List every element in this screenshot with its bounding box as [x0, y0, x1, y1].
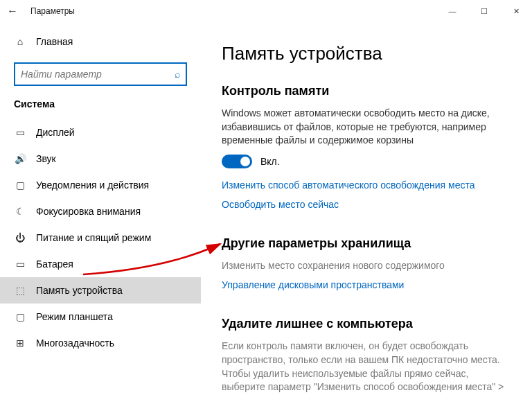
display-icon: ▭	[14, 127, 26, 138]
annotation-arrow	[83, 241, 229, 276]
link-change-free-method[interactable]: Изменить способ автоматического освобожд…	[222, 179, 511, 191]
battery-icon: ▭	[14, 258, 26, 270]
close-button[interactable]: ✕	[500, 0, 532, 22]
nav-item-multitask[interactable]: ⊞Многозадачность	[0, 330, 201, 356]
storage-icon: ⬚	[14, 285, 26, 296]
page-title: Память устройства	[222, 43, 511, 64]
control-heading: Контроль памяти	[222, 84, 511, 98]
change-save-location[interactable]: Изменить место сохранения нового содержи…	[222, 259, 511, 273]
search-input[interactable]	[21, 69, 175, 80]
sound-icon: 🔊	[14, 153, 26, 164]
search-input-wrapper[interactable]: ⌕	[14, 62, 187, 86]
multitask-icon: ⊞	[14, 337, 26, 349]
sidebar: ⌂ Главная ⌕ Система ▭Дисплей 🔊Звук ▢Увед…	[0, 22, 201, 395]
nav-item-storage[interactable]: ⬚Память устройства	[0, 277, 201, 304]
back-button[interactable]: ←	[6, 5, 19, 17]
nav-item-sound[interactable]: 🔊Звук	[0, 146, 201, 172]
window-controls: — ☐ ✕	[436, 0, 532, 22]
home-label: Главная	[36, 36, 73, 47]
toggle-label: Вкл.	[260, 156, 280, 167]
maximize-button[interactable]: ☐	[468, 0, 500, 22]
minimize-button[interactable]: —	[436, 0, 468, 22]
nav-item-display[interactable]: ▭Дисплей	[0, 119, 201, 146]
nav-item-tablet[interactable]: ▢Режим планшета	[0, 304, 201, 330]
storage-sense-toggle[interactable]	[222, 155, 252, 168]
nav-item-focus[interactable]: ☾Фокусировка внимания	[0, 198, 201, 225]
link-free-now[interactable]: Освободить место сейчас	[222, 199, 511, 210]
link-manage-spaces[interactable]: Управление дисковыми пространствами	[222, 279, 511, 290]
cleanup-desc: Если контроль памяти включен, он будет о…	[222, 340, 511, 395]
notifications-icon: ▢	[14, 179, 26, 191]
tablet-icon: ▢	[14, 311, 26, 322]
storage-sense-toggle-row: Вкл.	[222, 155, 511, 168]
focus-icon: ☾	[14, 206, 26, 217]
search-icon: ⌕	[175, 69, 180, 80]
nav-list: ▭Дисплей 🔊Звук ▢Уведомления и действия ☾…	[0, 119, 201, 356]
nav-item-notifications[interactable]: ▢Уведомления и действия	[0, 172, 201, 198]
window-title: Параметры	[30, 6, 75, 16]
cleanup-heading: Удалите лишнее с компьютера	[222, 317, 511, 331]
power-icon: ⏻	[14, 232, 26, 243]
category-heading: Система	[0, 96, 201, 119]
control-desc: Windows может автоматически освободить м…	[222, 107, 511, 148]
other-heading: Другие параметры хранилища	[222, 236, 511, 251]
home-link[interactable]: ⌂ Главная	[0, 28, 201, 55]
home-icon: ⌂	[14, 36, 26, 47]
main-content: Память устройства Контроль памяти Window…	[201, 22, 532, 395]
